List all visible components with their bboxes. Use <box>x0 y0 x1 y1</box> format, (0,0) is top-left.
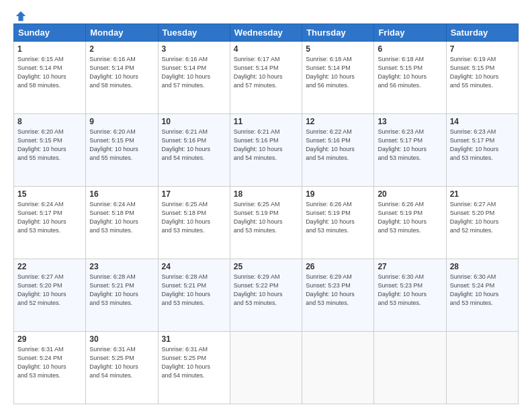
day-info: Sunrise: 6:25 AMSunset: 5:19 PMDaylight:… <box>234 200 298 235</box>
calendar-cell: 2Sunrise: 6:16 AMSunset: 5:14 PMDaylight… <box>86 42 158 114</box>
day-info: Sunrise: 6:21 AMSunset: 5:16 PMDaylight:… <box>234 128 298 163</box>
calendar-cell <box>302 332 374 404</box>
day-number: 17 <box>162 189 226 199</box>
day-number: 5 <box>306 44 370 54</box>
day-info: Sunrise: 6:27 AMSunset: 5:20 PMDaylight:… <box>450 200 515 235</box>
day-number: 24 <box>162 262 226 271</box>
calendar-cell: 5Sunrise: 6:18 AMSunset: 5:14 PMDaylight… <box>302 42 374 114</box>
calendar-cell <box>374 332 446 404</box>
calendar-cell: 13Sunrise: 6:23 AMSunset: 5:17 PMDayligh… <box>374 114 446 187</box>
day-number: 19 <box>306 189 370 199</box>
calendar-week-row: 1Sunrise: 6:15 AMSunset: 5:14 PMDaylight… <box>14 42 519 114</box>
day-number: 7 <box>450 44 515 54</box>
calendar-header: SundayMondayTuesdayWednesdayThursdayFrid… <box>14 24 519 42</box>
logo-text <box>13 10 27 22</box>
calendar-cell: 3Sunrise: 6:16 AMSunset: 5:14 PMDaylight… <box>158 42 230 114</box>
day-info: Sunrise: 6:16 AMSunset: 5:14 PMDaylight:… <box>89 55 154 90</box>
day-number: 29 <box>17 334 82 344</box>
day-info: Sunrise: 6:15 AMSunset: 5:14 PMDaylight:… <box>17 55 82 90</box>
day-info: Sunrise: 6:30 AMSunset: 5:23 PMDaylight:… <box>378 273 442 308</box>
day-number: 3 <box>162 44 226 54</box>
day-info: Sunrise: 6:26 AMSunset: 5:19 PMDaylight:… <box>306 200 370 235</box>
day-number: 30 <box>89 334 154 344</box>
day-info: Sunrise: 6:17 AMSunset: 5:14 PMDaylight:… <box>234 55 298 90</box>
day-info: Sunrise: 6:16 AMSunset: 5:14 PMDaylight:… <box>162 55 226 90</box>
calendar-cell: 23Sunrise: 6:28 AMSunset: 5:21 PMDayligh… <box>86 259 158 332</box>
day-header-row: SundayMondayTuesdayWednesdayThursdayFrid… <box>14 24 519 42</box>
calendar-cell: 27Sunrise: 6:30 AMSunset: 5:23 PMDayligh… <box>374 259 446 332</box>
day-number: 20 <box>378 189 442 199</box>
calendar-cell: 14Sunrise: 6:23 AMSunset: 5:17 PMDayligh… <box>446 114 518 187</box>
day-number: 9 <box>89 117 154 126</box>
calendar-cell: 29Sunrise: 6:31 AMSunset: 5:24 PMDayligh… <box>14 332 86 404</box>
calendar-cell: 7Sunrise: 6:19 AMSunset: 5:15 PMDaylight… <box>446 42 518 114</box>
day-number: 13 <box>378 117 442 126</box>
calendar-cell: 4Sunrise: 6:17 AMSunset: 5:14 PMDaylight… <box>230 42 302 114</box>
day-info: Sunrise: 6:28 AMSunset: 5:21 PMDaylight:… <box>162 273 226 308</box>
svg-marker-0 <box>16 11 26 21</box>
day-number: 4 <box>234 44 298 54</box>
day-info: Sunrise: 6:21 AMSunset: 5:16 PMDaylight:… <box>162 128 226 163</box>
day-number: 28 <box>450 262 515 271</box>
day-info: Sunrise: 6:19 AMSunset: 5:15 PMDaylight:… <box>450 55 515 90</box>
day-of-week-header: Tuesday <box>158 24 230 42</box>
day-info: Sunrise: 6:31 AMSunset: 5:25 PMDaylight:… <box>162 345 226 380</box>
day-info: Sunrise: 6:18 AMSunset: 5:15 PMDaylight:… <box>378 55 442 90</box>
page: SundayMondayTuesdayWednesdayThursdayFrid… <box>0 0 532 411</box>
day-of-week-header: Monday <box>86 24 158 42</box>
calendar-cell: 25Sunrise: 6:29 AMSunset: 5:22 PMDayligh… <box>230 259 302 332</box>
day-info: Sunrise: 6:20 AMSunset: 5:15 PMDaylight:… <box>89 128 154 163</box>
day-info: Sunrise: 6:29 AMSunset: 5:22 PMDaylight:… <box>234 273 298 308</box>
calendar-week-row: 22Sunrise: 6:27 AMSunset: 5:20 PMDayligh… <box>14 259 519 332</box>
logo <box>13 10 27 19</box>
day-of-week-header: Sunday <box>14 24 86 42</box>
header <box>13 10 519 19</box>
calendar-cell: 22Sunrise: 6:27 AMSunset: 5:20 PMDayligh… <box>14 259 86 332</box>
calendar-week-row: 29Sunrise: 6:31 AMSunset: 5:24 PMDayligh… <box>14 332 519 404</box>
day-number: 2 <box>89 44 154 54</box>
calendar-cell: 16Sunrise: 6:24 AMSunset: 5:18 PMDayligh… <box>86 187 158 259</box>
day-info: Sunrise: 6:31 AMSunset: 5:24 PMDaylight:… <box>17 345 82 380</box>
calendar-cell <box>230 332 302 404</box>
day-number: 14 <box>450 117 515 126</box>
day-number: 6 <box>378 44 442 54</box>
calendar-cell: 11Sunrise: 6:21 AMSunset: 5:16 PMDayligh… <box>230 114 302 187</box>
calendar-cell: 18Sunrise: 6:25 AMSunset: 5:19 PMDayligh… <box>230 187 302 259</box>
day-info: Sunrise: 6:22 AMSunset: 5:16 PMDaylight:… <box>306 128 370 163</box>
calendar-cell <box>446 332 518 404</box>
calendar-cell: 30Sunrise: 6:31 AMSunset: 5:25 PMDayligh… <box>86 332 158 404</box>
day-number: 1 <box>17 44 82 54</box>
day-number: 16 <box>89 189 154 199</box>
day-info: Sunrise: 6:18 AMSunset: 5:14 PMDaylight:… <box>306 55 370 90</box>
day-number: 11 <box>234 117 298 126</box>
day-number: 26 <box>306 262 370 271</box>
day-number: 21 <box>450 189 515 199</box>
day-number: 27 <box>378 262 442 271</box>
day-info: Sunrise: 6:30 AMSunset: 5:24 PMDaylight:… <box>450 273 515 308</box>
day-number: 10 <box>162 117 226 126</box>
day-info: Sunrise: 6:26 AMSunset: 5:19 PMDaylight:… <box>378 200 442 235</box>
day-number: 18 <box>234 189 298 199</box>
calendar-cell: 19Sunrise: 6:26 AMSunset: 5:19 PMDayligh… <box>302 187 374 259</box>
day-number: 23 <box>89 262 154 271</box>
calendar-cell: 10Sunrise: 6:21 AMSunset: 5:16 PMDayligh… <box>158 114 230 187</box>
calendar-cell: 26Sunrise: 6:29 AMSunset: 5:23 PMDayligh… <box>302 259 374 332</box>
day-info: Sunrise: 6:24 AMSunset: 5:18 PMDaylight:… <box>89 200 154 235</box>
day-number: 12 <box>306 117 370 126</box>
logo-icon <box>15 10 27 22</box>
calendar-cell: 17Sunrise: 6:25 AMSunset: 5:18 PMDayligh… <box>158 187 230 259</box>
day-info: Sunrise: 6:28 AMSunset: 5:21 PMDaylight:… <box>89 273 154 308</box>
calendar-cell: 6Sunrise: 6:18 AMSunset: 5:15 PMDaylight… <box>374 42 446 114</box>
calendar-cell: 28Sunrise: 6:30 AMSunset: 5:24 PMDayligh… <box>446 259 518 332</box>
calendar-cell: 1Sunrise: 6:15 AMSunset: 5:14 PMDaylight… <box>14 42 86 114</box>
day-info: Sunrise: 6:23 AMSunset: 5:17 PMDaylight:… <box>450 128 515 163</box>
calendar-table: SundayMondayTuesdayWednesdayThursdayFrid… <box>13 24 519 404</box>
day-number: 8 <box>17 117 82 126</box>
day-of-week-header: Friday <box>374 24 446 42</box>
calendar-cell: 31Sunrise: 6:31 AMSunset: 5:25 PMDayligh… <box>158 332 230 404</box>
calendar-cell: 21Sunrise: 6:27 AMSunset: 5:20 PMDayligh… <box>446 187 518 259</box>
day-number: 31 <box>162 334 226 344</box>
calendar-body: 1Sunrise: 6:15 AMSunset: 5:14 PMDaylight… <box>14 42 519 404</box>
day-number: 25 <box>234 262 298 271</box>
day-of-week-header: Saturday <box>446 24 518 42</box>
